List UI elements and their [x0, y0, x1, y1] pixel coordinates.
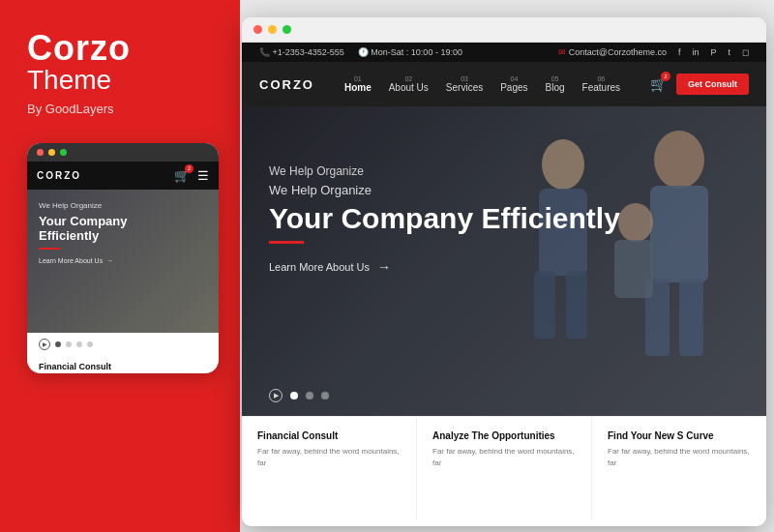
site-card-2: Analyze The Opportunities Far far away, …: [417, 417, 592, 520]
mobile-hero-cta-text: Learn More About Us: [39, 257, 103, 264]
nav-label-about: About Us: [389, 82, 429, 93]
left-panel: Corzo Theme By GoodLayers CORZO 🛒 2 ☰: [0, 0, 240, 532]
mobile-cart-badge: 2: [185, 164, 194, 173]
mobile-nav-icons: 🛒 2 ☰: [174, 168, 209, 183]
hero-slide-indicators: ▶: [269, 389, 329, 402]
nav-item-about[interactable]: 02 About Us: [381, 75, 436, 93]
nav-num-pages: 04: [510, 75, 518, 82]
nav-item-features[interactable]: 06 Features: [575, 75, 628, 93]
nav-label-features: Features: [582, 82, 620, 93]
site-hero: We Help Organize We Help OrganizeYour Co…: [242, 106, 766, 416]
nav-item-services[interactable]: 03 Services: [438, 75, 491, 93]
clock-icon: 🕐: [358, 47, 369, 57]
email-icon: ✉: [558, 47, 566, 57]
instagram-icon[interactable]: ◻: [742, 47, 749, 57]
mobile-hero-content: We Help Organize Your CompanyEfficiently…: [39, 201, 207, 264]
mobile-slide-dot-2[interactable]: [66, 341, 72, 347]
mobile-mockup: CORZO 🛒 2 ☰ We Help Organize Your Compan…: [27, 143, 219, 373]
hero-small-text: We Help Organize: [269, 164, 739, 178]
hero-cta-arrow: →: [377, 259, 391, 275]
mobile-slide-dot-3[interactable]: [76, 341, 82, 347]
site-logo[interactable]: CORZO: [259, 77, 314, 92]
browser-topbar: [242, 17, 766, 43]
consult-button[interactable]: Get Consult: [676, 74, 749, 95]
browser-dot-red[interactable]: [253, 25, 262, 34]
mobile-hero-title: Your CompanyEfficiently: [39, 214, 207, 244]
mobile-hero-cta-arrow: →: [106, 257, 113, 264]
site-topbar-right: ✉ Contact@Corzotheme.co f in P t ◻: [558, 47, 749, 57]
nav-item-home[interactable]: 01 Home: [337, 75, 379, 93]
site-phone: 📞 +1-2353-4352-555: [259, 47, 344, 57]
nav-label-services: Services: [446, 82, 483, 93]
mobile-play-icon[interactable]: ▶: [39, 339, 50, 350]
browser-dot-yellow[interactable]: [268, 25, 277, 34]
facebook-icon[interactable]: f: [678, 47, 681, 57]
hero-play-button[interactable]: ▶: [269, 389, 283, 402]
twitter-icon[interactable]: t: [728, 47, 730, 57]
mobile-dot-yellow: [48, 149, 55, 156]
nav-num-home: 01: [354, 75, 362, 82]
card-text-3: Far far away, behind the word mountains,…: [608, 446, 751, 469]
hero-dot-3[interactable]: [321, 392, 329, 399]
mobile-hero-underline: [39, 248, 60, 250]
mobile-dot-red: [37, 149, 44, 156]
site-email: ✉ Contact@Corzotheme.co: [558, 47, 667, 57]
site-nav-right: 🛒 2 Get Consult: [650, 74, 749, 95]
card-text-1: Far far away, behind the word mountains,…: [257, 446, 401, 469]
card-title-1: Financial Consult: [257, 430, 401, 441]
site-topbar-left: 📞 +1-2353-4352-555 🕐 Mon-Sat : 10:00 - 1…: [259, 47, 462, 57]
nav-item-pages[interactable]: 04 Pages: [492, 75, 535, 93]
card-title-2: Analyze The Opportunities: [432, 430, 576, 441]
hero-cta-button[interactable]: Learn More About Us →: [269, 259, 739, 275]
mobile-dot-green: [60, 149, 67, 156]
mobile-topbar: [27, 143, 219, 162]
mobile-cart-icon[interactable]: 🛒 2: [174, 168, 190, 183]
browser-dot-green[interactable]: [283, 25, 291, 34]
nav-item-blog[interactable]: 05 Blog: [538, 75, 573, 93]
browser-mockup: 📞 +1-2353-4352-555 🕐 Mon-Sat : 10:00 - 1…: [242, 17, 766, 526]
hero-title: We Help OrganizeYour Company Efficiently: [269, 184, 739, 244]
hero-cta-text: Learn More About Us: [269, 261, 370, 273]
card-title-3: Find Your New S Curve: [608, 430, 751, 441]
hero-dot-2[interactable]: [306, 392, 313, 399]
nav-num-services: 03: [461, 75, 468, 82]
site-hours: 🕐 Mon-Sat : 10:00 - 19:00: [358, 47, 462, 57]
mobile-slide-dot-1[interactable]: [55, 341, 61, 347]
mobile-hero-cta[interactable]: Learn More About Us →: [39, 257, 207, 264]
mobile-section-title: Financial Consult: [27, 356, 219, 373]
site-cart[interactable]: 🛒 2: [650, 75, 667, 93]
hero-dot-1[interactable]: [290, 392, 298, 399]
site-card-3: Find Your New S Curve Far far away, behi…: [592, 417, 766, 520]
mobile-nav: CORZO 🛒 2 ☰: [27, 162, 219, 190]
nav-num-about: 02: [404, 75, 412, 82]
card-text-2: Far far away, behind the word mountains,…: [432, 446, 576, 469]
nav-num-blog: 05: [551, 75, 559, 82]
brand-subtitle: Theme: [27, 66, 213, 96]
brand-by: By GoodLayers: [27, 102, 213, 116]
site-topbar: 📞 +1-2353-4352-555 🕐 Mon-Sat : 10:00 - 1…: [242, 43, 766, 62]
mobile-slide-dots: ▶: [27, 333, 219, 356]
site-nav-links: 01 Home 02 About Us 03 Services 04 Pages…: [337, 75, 628, 93]
site-nav: CORZO 01 Home 02 About Us 03 Services 04…: [242, 62, 766, 106]
site-cards: Financial Consult Far far away, behind t…: [242, 416, 766, 520]
nav-label-home: Home: [344, 82, 372, 93]
mobile-logo: CORZO: [37, 170, 81, 181]
site-card-1: Financial Consult Far far away, behind t…: [242, 417, 417, 520]
phone-icon: 📞: [259, 47, 270, 57]
site-cart-badge: 2: [661, 72, 670, 81]
mobile-hero: We Help Organize Your CompanyEfficiently…: [27, 190, 219, 333]
brand-name: Corzo: [27, 31, 213, 66]
pinterest-icon[interactable]: P: [710, 47, 716, 57]
site-hero-content: We Help Organize We Help OrganizeYour Co…: [242, 106, 766, 333]
mobile-slide-dot-4[interactable]: [87, 341, 93, 347]
mobile-hero-small-text: We Help Organize: [39, 201, 207, 210]
nav-num-features: 06: [597, 75, 605, 82]
nav-label-pages: Pages: [500, 82, 527, 93]
nav-label-blog: Blog: [546, 82, 565, 93]
linkedin-icon[interactable]: in: [692, 47, 699, 57]
mobile-hamburger-icon[interactable]: ☰: [197, 168, 209, 183]
